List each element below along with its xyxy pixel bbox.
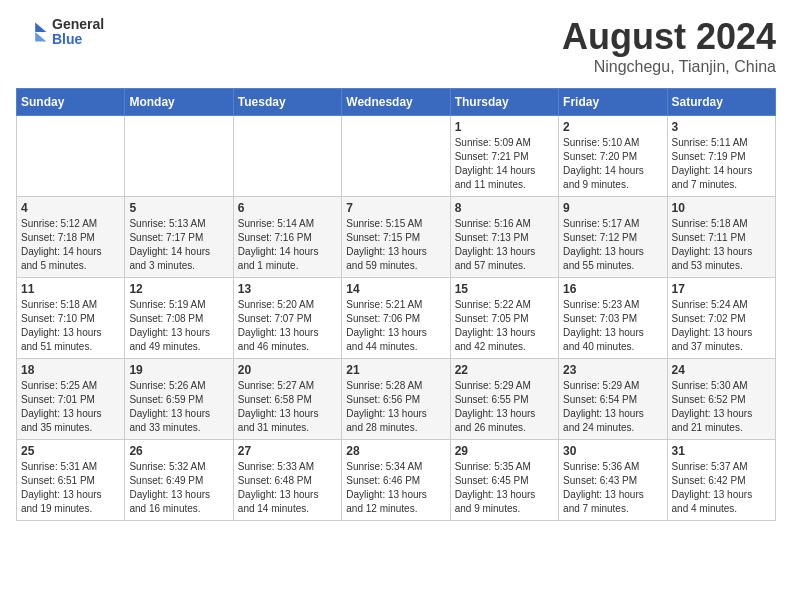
- day-number: 9: [563, 201, 662, 215]
- page-header: General Blue August 2024 Ningchegu, Tian…: [16, 16, 776, 76]
- day-info: Sunrise: 5:29 AM Sunset: 6:55 PM Dayligh…: [455, 379, 554, 435]
- day-number: 26: [129, 444, 228, 458]
- day-info: Sunrise: 5:20 AM Sunset: 7:07 PM Dayligh…: [238, 298, 337, 354]
- calendar-cell: 19Sunrise: 5:26 AM Sunset: 6:59 PM Dayli…: [125, 359, 233, 440]
- day-number: 10: [672, 201, 771, 215]
- day-number: 16: [563, 282, 662, 296]
- weekday-header-thursday: Thursday: [450, 89, 558, 116]
- day-number: 5: [129, 201, 228, 215]
- day-info: Sunrise: 5:25 AM Sunset: 7:01 PM Dayligh…: [21, 379, 120, 435]
- day-number: 19: [129, 363, 228, 377]
- day-number: 17: [672, 282, 771, 296]
- day-number: 18: [21, 363, 120, 377]
- day-info: Sunrise: 5:14 AM Sunset: 7:16 PM Dayligh…: [238, 217, 337, 273]
- day-info: Sunrise: 5:27 AM Sunset: 6:58 PM Dayligh…: [238, 379, 337, 435]
- logo-blue-label: Blue: [52, 32, 104, 47]
- calendar-cell: 10Sunrise: 5:18 AM Sunset: 7:11 PM Dayli…: [667, 197, 775, 278]
- calendar-cell: 30Sunrise: 5:36 AM Sunset: 6:43 PM Dayli…: [559, 440, 667, 521]
- calendar-cell: 17Sunrise: 5:24 AM Sunset: 7:02 PM Dayli…: [667, 278, 775, 359]
- weekday-header-wednesday: Wednesday: [342, 89, 450, 116]
- day-number: 24: [672, 363, 771, 377]
- logo-general-label: General: [52, 17, 104, 32]
- calendar-cell: 23Sunrise: 5:29 AM Sunset: 6:54 PM Dayli…: [559, 359, 667, 440]
- day-number: 15: [455, 282, 554, 296]
- calendar-cell: 21Sunrise: 5:28 AM Sunset: 6:56 PM Dayli…: [342, 359, 450, 440]
- calendar-cell: [125, 116, 233, 197]
- page-title: August 2024: [562, 16, 776, 58]
- day-number: 30: [563, 444, 662, 458]
- calendar-week-0: 1Sunrise: 5:09 AM Sunset: 7:21 PM Daylig…: [17, 116, 776, 197]
- calendar-cell: 13Sunrise: 5:20 AM Sunset: 7:07 PM Dayli…: [233, 278, 341, 359]
- day-info: Sunrise: 5:24 AM Sunset: 7:02 PM Dayligh…: [672, 298, 771, 354]
- calendar-cell: 5Sunrise: 5:13 AM Sunset: 7:17 PM Daylig…: [125, 197, 233, 278]
- day-info: Sunrise: 5:16 AM Sunset: 7:13 PM Dayligh…: [455, 217, 554, 273]
- day-info: Sunrise: 5:34 AM Sunset: 6:46 PM Dayligh…: [346, 460, 445, 516]
- calendar-week-3: 18Sunrise: 5:25 AM Sunset: 7:01 PM Dayli…: [17, 359, 776, 440]
- day-info: Sunrise: 5:26 AM Sunset: 6:59 PM Dayligh…: [129, 379, 228, 435]
- calendar-cell: 22Sunrise: 5:29 AM Sunset: 6:55 PM Dayli…: [450, 359, 558, 440]
- calendar-cell: 14Sunrise: 5:21 AM Sunset: 7:06 PM Dayli…: [342, 278, 450, 359]
- day-info: Sunrise: 5:23 AM Sunset: 7:03 PM Dayligh…: [563, 298, 662, 354]
- calendar-cell: 28Sunrise: 5:34 AM Sunset: 6:46 PM Dayli…: [342, 440, 450, 521]
- calendar-cell: 29Sunrise: 5:35 AM Sunset: 6:45 PM Dayli…: [450, 440, 558, 521]
- logo-text: General Blue: [52, 17, 104, 48]
- day-number: 11: [21, 282, 120, 296]
- weekday-header-friday: Friday: [559, 89, 667, 116]
- calendar-week-4: 25Sunrise: 5:31 AM Sunset: 6:51 PM Dayli…: [17, 440, 776, 521]
- calendar-cell: [233, 116, 341, 197]
- day-info: Sunrise: 5:30 AM Sunset: 6:52 PM Dayligh…: [672, 379, 771, 435]
- calendar-cell: 20Sunrise: 5:27 AM Sunset: 6:58 PM Dayli…: [233, 359, 341, 440]
- logo: General Blue: [16, 16, 104, 48]
- calendar-cell: 1Sunrise: 5:09 AM Sunset: 7:21 PM Daylig…: [450, 116, 558, 197]
- calendar-table: SundayMondayTuesdayWednesdayThursdayFrid…: [16, 88, 776, 521]
- calendar-cell: 16Sunrise: 5:23 AM Sunset: 7:03 PM Dayli…: [559, 278, 667, 359]
- calendar-cell: 18Sunrise: 5:25 AM Sunset: 7:01 PM Dayli…: [17, 359, 125, 440]
- day-number: 31: [672, 444, 771, 458]
- day-info: Sunrise: 5:32 AM Sunset: 6:49 PM Dayligh…: [129, 460, 228, 516]
- day-info: Sunrise: 5:18 AM Sunset: 7:11 PM Dayligh…: [672, 217, 771, 273]
- calendar-cell: 25Sunrise: 5:31 AM Sunset: 6:51 PM Dayli…: [17, 440, 125, 521]
- calendar-cell: 3Sunrise: 5:11 AM Sunset: 7:19 PM Daylig…: [667, 116, 775, 197]
- calendar-cell: 27Sunrise: 5:33 AM Sunset: 6:48 PM Dayli…: [233, 440, 341, 521]
- day-number: 21: [346, 363, 445, 377]
- day-info: Sunrise: 5:22 AM Sunset: 7:05 PM Dayligh…: [455, 298, 554, 354]
- day-info: Sunrise: 5:17 AM Sunset: 7:12 PM Dayligh…: [563, 217, 662, 273]
- weekday-header-tuesday: Tuesday: [233, 89, 341, 116]
- calendar-header: SundayMondayTuesdayWednesdayThursdayFrid…: [17, 89, 776, 116]
- day-number: 13: [238, 282, 337, 296]
- calendar-cell: 2Sunrise: 5:10 AM Sunset: 7:20 PM Daylig…: [559, 116, 667, 197]
- day-info: Sunrise: 5:37 AM Sunset: 6:42 PM Dayligh…: [672, 460, 771, 516]
- weekday-header-saturday: Saturday: [667, 89, 775, 116]
- day-info: Sunrise: 5:10 AM Sunset: 7:20 PM Dayligh…: [563, 136, 662, 192]
- calendar-cell: 15Sunrise: 5:22 AM Sunset: 7:05 PM Dayli…: [450, 278, 558, 359]
- weekday-header-row: SundayMondayTuesdayWednesdayThursdayFrid…: [17, 89, 776, 116]
- day-number: 7: [346, 201, 445, 215]
- calendar-week-2: 11Sunrise: 5:18 AM Sunset: 7:10 PM Dayli…: [17, 278, 776, 359]
- day-number: 6: [238, 201, 337, 215]
- day-info: Sunrise: 5:31 AM Sunset: 6:51 PM Dayligh…: [21, 460, 120, 516]
- day-number: 3: [672, 120, 771, 134]
- calendar-cell: 4Sunrise: 5:12 AM Sunset: 7:18 PM Daylig…: [17, 197, 125, 278]
- day-number: 23: [563, 363, 662, 377]
- day-info: Sunrise: 5:13 AM Sunset: 7:17 PM Dayligh…: [129, 217, 228, 273]
- day-number: 29: [455, 444, 554, 458]
- day-info: Sunrise: 5:09 AM Sunset: 7:21 PM Dayligh…: [455, 136, 554, 192]
- logo-icon: [16, 16, 48, 48]
- day-info: Sunrise: 5:36 AM Sunset: 6:43 PM Dayligh…: [563, 460, 662, 516]
- weekday-header-monday: Monday: [125, 89, 233, 116]
- day-number: 28: [346, 444, 445, 458]
- day-number: 20: [238, 363, 337, 377]
- day-number: 1: [455, 120, 554, 134]
- day-info: Sunrise: 5:35 AM Sunset: 6:45 PM Dayligh…: [455, 460, 554, 516]
- day-number: 25: [21, 444, 120, 458]
- calendar-cell: 11Sunrise: 5:18 AM Sunset: 7:10 PM Dayli…: [17, 278, 125, 359]
- calendar-cell: 12Sunrise: 5:19 AM Sunset: 7:08 PM Dayli…: [125, 278, 233, 359]
- day-number: 2: [563, 120, 662, 134]
- day-info: Sunrise: 5:11 AM Sunset: 7:19 PM Dayligh…: [672, 136, 771, 192]
- day-number: 22: [455, 363, 554, 377]
- page-subtitle: Ningchegu, Tianjin, China: [562, 58, 776, 76]
- day-number: 27: [238, 444, 337, 458]
- day-number: 4: [21, 201, 120, 215]
- weekday-header-sunday: Sunday: [17, 89, 125, 116]
- day-info: Sunrise: 5:21 AM Sunset: 7:06 PM Dayligh…: [346, 298, 445, 354]
